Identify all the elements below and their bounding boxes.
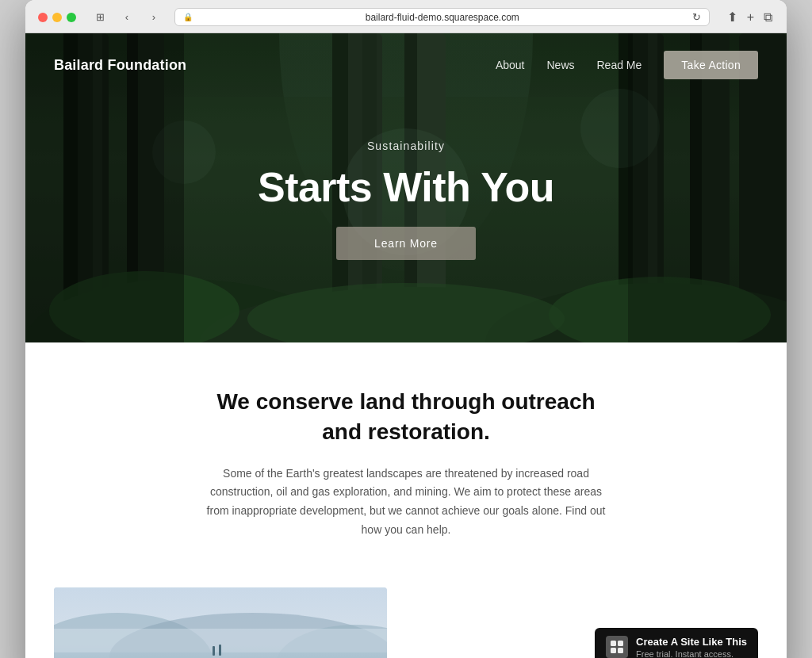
forward-button[interactable]: › <box>143 9 165 26</box>
svg-rect-42 <box>618 648 623 653</box>
bottom-preview: Create A Site Like This Free trial. Inst… <box>25 572 787 658</box>
browser-top-bar: ⊞ ‹ › 🔒 bailard-fluid-demo.squarespace.c… <box>38 8 774 33</box>
svg-rect-41 <box>611 648 616 653</box>
close-button[interactable] <box>38 13 48 22</box>
maximize-button[interactable] <box>67 13 76 22</box>
site-logo: Bailard Foundation <box>54 57 186 74</box>
squarespace-badge-text: Create A Site Like This Free trial. Inst… <box>636 636 747 658</box>
content-body: Some of the Earth's greatest landscapes … <box>200 465 612 540</box>
squarespace-badge[interactable]: Create A Site Like This Free trial. Inst… <box>595 628 758 658</box>
reload-button[interactable]: ↻ <box>692 11 701 23</box>
nav-about[interactable]: About <box>496 59 525 71</box>
hero-subtitle: Sustainability <box>367 140 445 152</box>
content-heading: We conserve land through outreach and re… <box>216 387 596 447</box>
share-button[interactable]: ⬆ <box>726 8 739 26</box>
duplicate-button[interactable]: ⧉ <box>762 9 774 26</box>
new-tab-button[interactable]: + <box>745 9 756 26</box>
svg-rect-37 <box>213 646 215 656</box>
traffic-lights <box>38 13 76 22</box>
preview-image <box>54 587 387 658</box>
sidebar-toggle-button[interactable]: ⊞ <box>89 9 111 26</box>
minimize-button[interactable] <box>52 13 62 22</box>
browser-window: ⊞ ‹ › 🔒 bailard-fluid-demo.squarespace.c… <box>25 0 787 658</box>
browser-controls: ⊞ ‹ › <box>89 9 165 26</box>
svg-rect-39 <box>611 641 616 646</box>
url-text: bailard-fluid-demo.squarespace.com <box>197 12 688 23</box>
browser-actions: ⬆ + ⧉ <box>726 8 774 26</box>
hero-title: Starts With You <box>258 163 554 211</box>
website-content: Bailard Foundation About News Read Me Ta… <box>25 33 787 658</box>
lock-icon: 🔒 <box>183 13 193 21</box>
squarespace-logo-icon <box>606 636 628 658</box>
address-bar[interactable]: 🔒 bailard-fluid-demo.squarespace.com ↻ <box>174 8 710 26</box>
badge-main-text: Create A Site Like This <box>636 636 747 648</box>
svg-rect-38 <box>219 645 221 656</box>
svg-rect-40 <box>618 641 623 646</box>
content-section: We conserve land through outreach and re… <box>25 342 787 572</box>
browser-chrome: ⊞ ‹ › 🔒 bailard-fluid-demo.squarespace.c… <box>25 0 787 33</box>
nav-news[interactable]: News <box>546 59 574 71</box>
badge-sub-text: Free trial. Instant access. <box>636 649 747 658</box>
back-button[interactable]: ‹ <box>116 9 138 26</box>
hero-section: Bailard Foundation About News Read Me Ta… <box>25 33 787 342</box>
nav-readme[interactable]: Read Me <box>597 59 642 71</box>
learn-more-button[interactable]: Learn More <box>336 227 476 260</box>
site-nav: Bailard Foundation About News Read Me Ta… <box>25 33 787 97</box>
take-action-button[interactable]: Take Action <box>664 51 758 79</box>
nav-links: About News Read Me Take Action <box>496 51 758 79</box>
